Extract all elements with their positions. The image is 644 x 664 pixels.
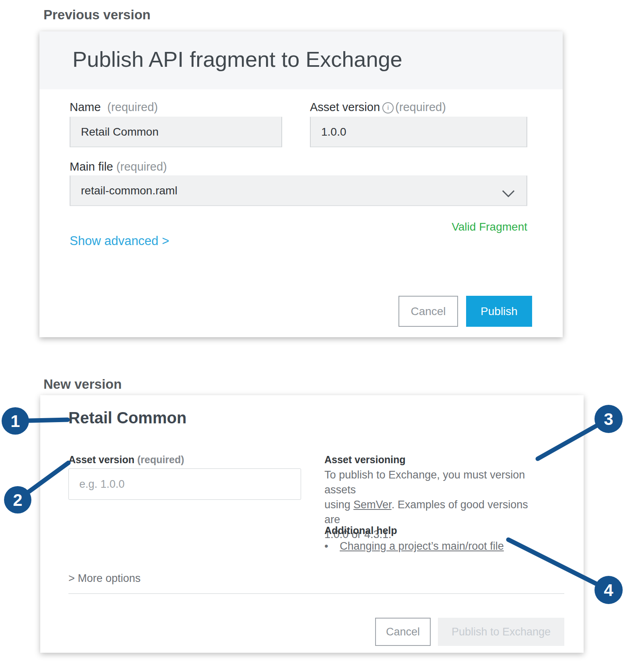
cancel-button[interactable]: Cancel <box>375 618 431 646</box>
name-label-text: Name <box>70 101 101 113</box>
callout-number-2: 2 <box>13 491 22 509</box>
callout-badge-1 <box>2 407 29 435</box>
asset-version-field-label: Asset versioni(required) <box>310 101 446 114</box>
name-input[interactable] <box>70 117 282 147</box>
main-file-label-text: Main file <box>70 160 113 173</box>
dialog-title: Retail Common <box>68 409 186 427</box>
name-field-label: Name (required) <box>70 101 158 114</box>
publish-to-exchange-dialog: Retail Common Asset version (required) A… <box>40 395 584 653</box>
chevron-down-icon <box>502 188 515 200</box>
dialog-title: Publish API fragment to Exchange <box>72 47 402 72</box>
asset-version-required-text: (required) <box>137 454 184 465</box>
publish-button[interactable]: Publish <box>466 296 532 327</box>
publish-to-exchange-button-disabled[interactable]: Publish to Exchange <box>438 618 564 646</box>
callout-badge-4 <box>594 576 623 604</box>
main-file-required-text: (required) <box>116 160 167 173</box>
help-line-2-pre: using <box>324 499 353 511</box>
bullet-icon: • <box>324 540 340 553</box>
asset-version-label-text: Asset version <box>68 454 134 465</box>
help-line-2: using SemVer. Examples of good versions … <box>324 497 544 527</box>
show-advanced-link[interactable]: Show advanced > <box>70 234 169 248</box>
more-options-link[interactable]: > More options <box>68 572 140 585</box>
changing-root-file-link[interactable]: Changing a project’s main/root file <box>340 540 504 552</box>
valid-fragment-status: Valid Fragment <box>452 221 527 233</box>
name-required-text: (required) <box>107 101 158 113</box>
asset-version-input[interactable] <box>310 117 527 147</box>
callout-number-4: 4 <box>604 581 613 600</box>
asset-versioning-heading: Asset versioning <box>324 454 405 466</box>
previous-version-heading: Previous version <box>43 7 151 23</box>
asset-version-label-text: Asset version <box>310 101 380 113</box>
callout-number-3: 3 <box>604 410 613 429</box>
main-file-value: retail-common.raml <box>81 184 178 197</box>
asset-version-required-text: (required) <box>395 101 446 113</box>
cancel-button[interactable]: Cancel <box>398 296 458 327</box>
main-file-field-label: Main file (required) <box>70 160 167 173</box>
new-version-heading: New version <box>43 377 122 392</box>
info-icon[interactable]: i <box>382 102 394 113</box>
additional-help-item: •Changing a project’s main/root file <box>324 540 504 553</box>
callout-badge-3 <box>594 405 623 433</box>
footer-divider <box>68 593 564 594</box>
callout-badge-2 <box>4 486 31 513</box>
asset-version-field-label: Asset version (required) <box>68 454 184 466</box>
asset-version-input[interactable] <box>68 468 301 500</box>
semver-link[interactable]: SemVer <box>353 499 392 511</box>
callout-number-1: 1 <box>10 412 20 431</box>
dialog-header: Publish API fragment to Exchange <box>39 31 563 89</box>
main-file-dropdown[interactable]: retail-common.raml <box>70 175 527 206</box>
publish-api-fragment-dialog: Publish API fragment to Exchange Name (r… <box>39 31 563 337</box>
additional-help-heading: Additional help <box>324 525 397 536</box>
help-line-1: To publish to Exchange, you must version… <box>324 468 544 497</box>
